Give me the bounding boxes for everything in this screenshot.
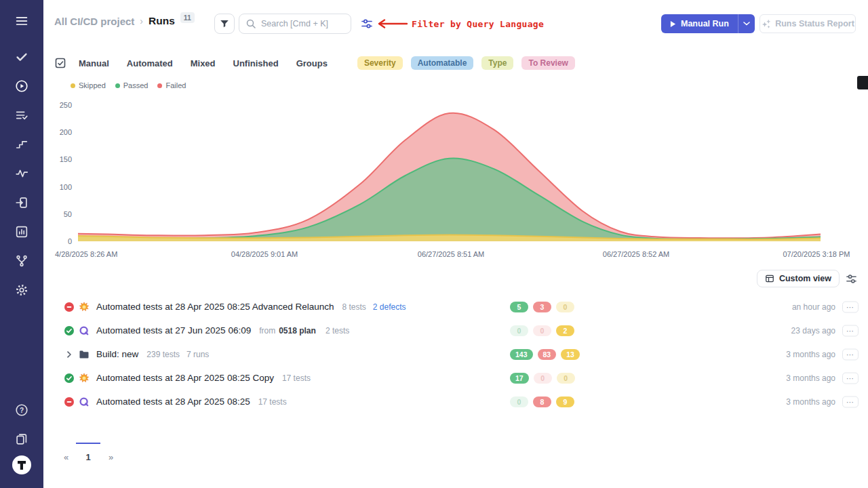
- scrollbar-thumb[interactable]: [857, 76, 868, 89]
- row-actions-button[interactable]: ⋯: [842, 396, 859, 407]
- burst-icon: [79, 373, 90, 384]
- red-count-badge: 8: [533, 396, 551, 407]
- run-time: 3 months ago: [786, 350, 835, 359]
- run-title[interactable]: Automated tests at 28 Apr 2025 08:25 Cop…: [96, 373, 274, 383]
- red-count-badge: 0: [534, 373, 552, 384]
- import-icon[interactable]: [14, 195, 29, 210]
- runs-play-icon[interactable]: [14, 79, 29, 94]
- run-list-icon[interactable]: [14, 108, 29, 123]
- manual-run-main[interactable]: Manual Run: [661, 14, 738, 33]
- green-count-badge: 0: [510, 396, 528, 407]
- search-icon: [245, 18, 256, 29]
- result-badges: 1438313: [510, 349, 580, 360]
- tab-automated[interactable]: Automated: [127, 58, 173, 68]
- run-time: 23 days ago: [791, 326, 835, 336]
- app-logo[interactable]: [12, 455, 32, 475]
- annotation-text: Filter by Query Language: [412, 19, 544, 29]
- legend-label: Skipped: [79, 81, 106, 89]
- chevron-down-icon: [743, 22, 750, 26]
- reports-icon[interactable]: [14, 224, 29, 239]
- tab-unfinished[interactable]: Unfinished: [233, 58, 279, 68]
- y-tick-label: 0: [43, 237, 72, 246]
- tab-mixed[interactable]: Mixed: [191, 58, 216, 68]
- y-tick-label: 50: [43, 209, 72, 219]
- filter-pill[interactable]: Automatable: [411, 56, 474, 70]
- y-axis: 050100150200250: [43, 102, 72, 245]
- help-icon[interactable]: ?: [14, 403, 29, 418]
- run-row[interactable]: Automated tests at 28 Apr 2025 08:25 Adv…: [43, 295, 868, 319]
- result-badges: 530: [510, 302, 574, 312]
- branches-icon[interactable]: [14, 253, 29, 268]
- sparkles-icon: [761, 19, 771, 29]
- manual-run-button[interactable]: Manual Run: [661, 14, 755, 33]
- menu-icon[interactable]: [14, 14, 29, 28]
- defects-link[interactable]: 2 defects: [373, 302, 406, 312]
- pagination-next[interactable]: »: [108, 452, 113, 462]
- run-title[interactable]: Build: new: [96, 349, 138, 359]
- legend-dot: [115, 83, 120, 88]
- legend-dot: [157, 83, 162, 88]
- folder-icon: [79, 349, 90, 360]
- tab-groups[interactable]: Groups: [296, 58, 328, 68]
- sidebar: ?: [0, 0, 43, 488]
- runs-count-badge: 11: [180, 12, 195, 23]
- run-title[interactable]: Automated tests at 28 Apr 2025 08:25: [96, 396, 250, 407]
- row-actions-button[interactable]: ⋯: [842, 372, 859, 384]
- burst-icon: [79, 302, 90, 312]
- row-actions-button[interactable]: ⋯: [842, 348, 859, 360]
- yellow-count-badge: 0: [557, 373, 575, 384]
- annotation-arrow-icon: [374, 19, 408, 28]
- runs-status-report-button[interactable]: Runs Status Report: [760, 14, 856, 33]
- run-row[interactable]: Automated tests at 28 Apr 2025 08:2517 t…: [43, 390, 868, 413]
- tasks-icon[interactable]: [14, 49, 29, 64]
- legend-item[interactable]: Skipped: [71, 81, 106, 89]
- svg-text:?: ?: [20, 407, 24, 414]
- status-passed-icon: [64, 373, 75, 384]
- green-count-badge: 143: [510, 349, 533, 360]
- tab-manual[interactable]: Manual: [79, 58, 109, 68]
- red-count-badge: 3: [533, 302, 551, 312]
- breadcrumb-project[interactable]: All CI/CD project: [54, 16, 134, 27]
- filter-tabs-row: Manual Automated Mixed Unfinished Groups…: [54, 55, 575, 71]
- activity-icon[interactable]: [14, 166, 29, 181]
- run-row[interactable]: Build: new239 tests7 runs14383133 months…: [43, 342, 868, 366]
- status-failed-icon: [64, 396, 75, 407]
- row-actions-button[interactable]: ⋯: [842, 301, 859, 312]
- legend-item[interactable]: Failed: [157, 81, 186, 89]
- x-tick-label: 07/20/2025 3:18 PM: [783, 250, 850, 258]
- table-view-icon: [765, 274, 774, 283]
- legend-item[interactable]: Passed: [115, 81, 149, 89]
- yellow-count-badge: 2: [556, 325, 574, 336]
- row-actions-button[interactable]: ⋯: [842, 325, 859, 336]
- result-badges: 089: [510, 396, 574, 407]
- run-row[interactable]: Automated tests at 27 Jun 2025 06:09from…: [43, 319, 868, 342]
- yellow-count-badge: 0: [556, 302, 574, 312]
- filter-pill[interactable]: Severity: [357, 56, 403, 70]
- filter-button[interactable]: [214, 14, 235, 34]
- y-tick-label: 100: [43, 182, 72, 192]
- filter-pill[interactable]: Type: [481, 56, 513, 70]
- result-badges: 002: [510, 325, 574, 336]
- run-meta: from0518 plan2 tests: [259, 326, 349, 336]
- custom-view-button[interactable]: Custom view: [757, 270, 840, 287]
- run-title[interactable]: Automated tests at 28 Apr 2025 08:25 Adv…: [96, 302, 334, 312]
- x-tick-label: 04/28/2025 9:01 AM: [231, 250, 298, 258]
- pagination-page-1[interactable]: 1: [83, 452, 94, 462]
- status-failed-icon: [64, 302, 75, 312]
- view-settings-icon[interactable]: [846, 273, 857, 285]
- pagination-prev[interactable]: «: [64, 452, 68, 462]
- run-row[interactable]: Automated tests at 28 Apr 2025 08:25 Cop…: [43, 366, 868, 390]
- steps-icon[interactable]: [14, 137, 29, 152]
- documents-icon[interactable]: [14, 432, 29, 447]
- manual-run-dropdown-button[interactable]: [738, 14, 755, 33]
- query-language-filter-icon[interactable]: [361, 18, 373, 30]
- select-runs-icon[interactable]: [54, 57, 66, 69]
- run-title[interactable]: Automated tests at 27 Jun 2025 06:09: [96, 325, 251, 336]
- x-tick-label: 4/28/2025 8:26 AM: [55, 250, 117, 258]
- legend-dot: [71, 83, 75, 88]
- green-count-badge: 17: [510, 373, 529, 384]
- x-tick-label: 06/27/2025 8:51 AM: [418, 250, 484, 258]
- settings-gear-icon[interactable]: [14, 283, 29, 298]
- expand-chevron-icon[interactable]: [64, 349, 75, 360]
- filter-pill[interactable]: To Review: [521, 56, 574, 70]
